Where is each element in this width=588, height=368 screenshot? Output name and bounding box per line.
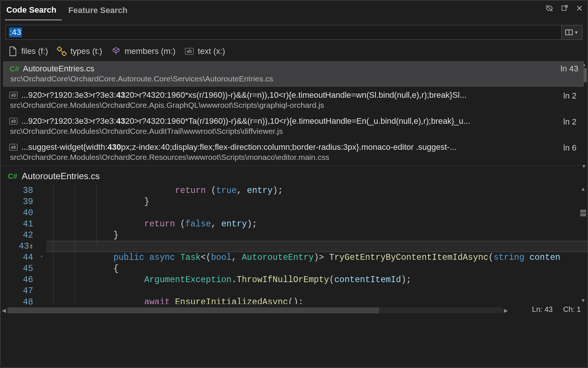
filter-files[interactable]: files (f:) — [8, 46, 48, 56]
filter-members[interactable]: members (m:) — [111, 46, 176, 56]
preview-filename: AutorouteEntries.cs — [22, 171, 100, 181]
code-area[interactable]: return (true, entry); } return (false, e… — [47, 185, 588, 304]
preview-header: C# AutorouteEntries.cs — [0, 165, 588, 185]
status-line: Ln: 43 — [532, 305, 553, 314]
result-path: src\OrchardCore\OrchardCore.Autoroute.Co… — [10, 74, 580, 83]
results-list: ▲ ▼ C#AutorouteEntries.csln 43src\Orchar… — [0, 61, 588, 165]
code-preview: 383940414243✎4445464748 ⌄ return (true, … — [0, 185, 588, 314]
file-icon — [8, 46, 17, 56]
result-path: src\OrchardCore.Modules\OrchardCore.Reso… — [10, 153, 580, 162]
result-path: src\OrchardCore.Modules\OrchardCore.Audi… — [10, 127, 580, 136]
filter-types[interactable]: types (t:) — [57, 46, 102, 56]
text-match-icon: ab — [9, 118, 17, 125]
close-icon[interactable] — [576, 4, 583, 14]
result-line-number: ln 6 — [563, 143, 576, 153]
preview-toggle-icon[interactable] — [545, 4, 553, 14]
status-bar: Ln: 43 Ch: 1 — [532, 305, 581, 314]
result-title: ...920>r?1920:3e3>r?3e3:4320>r?4320:1960… — [21, 90, 466, 100]
result-path: src\OrchardCore.Modules\OrchardCore.Apis… — [10, 101, 580, 110]
filter-text[interactable]: ab text (x:) — [185, 46, 225, 56]
search-input[interactable]: :43 — [6, 25, 562, 40]
result-title: ...suggest-widget{width:430px;z-index:40… — [21, 142, 456, 152]
members-icon — [111, 46, 121, 56]
result-line-number: ln 2 — [563, 117, 576, 127]
search-row: :43 ▼ — [0, 20, 588, 43]
open-external-icon[interactable] — [561, 4, 568, 14]
tab-feature-search[interactable]: Feature Search — [67, 3, 133, 20]
tab-bar: Code Search Feature Search — [0, 0, 588, 20]
line-gutter: 383940414243✎4445464748 — [0, 185, 37, 304]
result-line-number: ln 2 — [563, 91, 576, 101]
text-match-icon: ab — [9, 144, 17, 151]
svg-line-8 — [61, 50, 63, 53]
result-line-number: ln 43 — [560, 64, 578, 74]
result-title: AutorouteEntries.cs — [23, 64, 95, 74]
filter-bar: files (f:) types (t:) members (m:) ab te… — [0, 43, 588, 61]
csharp-icon: C# — [10, 65, 19, 73]
result-item[interactable]: ab...920>r?1920:3e3>r?3e3:4320>r?4320:19… — [0, 113, 588, 139]
result-title: ...920>r?1920:3e3>r?3e3:4320>r?4320:1960… — [21, 116, 470, 126]
tab-code-search[interactable]: Code Search — [5, 2, 62, 20]
editor-horizontal-scrollbar[interactable]: ◀ ▶ — [0, 306, 509, 314]
csharp-icon: C# — [8, 172, 17, 181]
status-col: Ch: 1 — [563, 305, 581, 314]
view-options-button[interactable]: ▼ — [562, 25, 582, 40]
result-item[interactable]: ab...920>r?1920:3e3>r?3e3:4320>r?4320:19… — [0, 87, 588, 113]
text-icon: ab — [185, 46, 194, 56]
editor-vertical-scrollbar[interactable]: ▲ ▼ — [579, 185, 588, 304]
text-match-icon: ab — [9, 92, 17, 99]
svg-rect-1 — [562, 6, 566, 10]
types-icon — [57, 46, 67, 56]
result-item[interactable]: C#AutorouteEntries.csln 43src\OrchardCor… — [3, 61, 584, 87]
fold-column[interactable]: ⌄ — [37, 185, 47, 304]
result-item[interactable]: ab...suggest-widget{width:430px;z-index:… — [0, 139, 588, 165]
